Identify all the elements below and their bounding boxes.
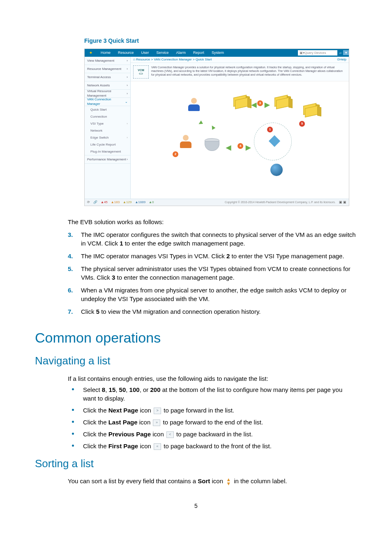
list-item: Click the Next Page icon > to page forwa… xyxy=(68,406,357,415)
sidebar-item-resource[interactable]: Resource Management› xyxy=(85,65,130,73)
first-page-icon: « xyxy=(154,443,161,450)
nav-bullet-list: Select 8, 15, 50, 100, or 200 at the bot… xyxy=(68,385,357,450)
badge-4[interactable]: 4 xyxy=(238,143,243,149)
steps-list: 3. The IMC operator configures the switc… xyxy=(68,230,357,316)
sidebar-sub-lifecycle[interactable]: Life Cycle Report xyxy=(85,141,130,148)
search-input[interactable]: ▣▾ Query Devices xyxy=(298,50,337,56)
window-control-icon[interactable]: ▣ ▣ xyxy=(339,200,346,204)
alarm-info[interactable]: ▲0 xyxy=(149,200,154,204)
nav-home[interactable]: Home xyxy=(97,50,114,56)
arrow-icon: ◀ xyxy=(251,100,256,109)
sidebar-item-view[interactable]: View Management› xyxy=(85,57,130,65)
step-item: 5. The physical server administrator use… xyxy=(68,264,357,282)
sidebar-item-performance[interactable]: Performance Management› xyxy=(85,155,130,164)
step-item: 3. The IMC operator configures the switc… xyxy=(68,230,357,248)
sidebar-sub-network[interactable]: Network xyxy=(85,127,130,134)
heading-common-operations: Common operations xyxy=(35,328,357,348)
user-icon xyxy=(188,98,200,112)
dropdown-icon[interactable]: ▾ xyxy=(343,50,349,56)
arrow-icon: ▲ xyxy=(208,121,218,132)
breadcrumb: ⌂ Resource > VAN Connection Manager > Qu… xyxy=(131,57,349,63)
arrow-icon: ▶ xyxy=(246,143,251,152)
heading-sorting: Sorting a list xyxy=(35,456,357,471)
home-icon: ⌂ xyxy=(133,58,136,61)
sidebar: View Management› Resource Management› Te… xyxy=(85,57,131,199)
nav-system[interactable]: System xyxy=(208,50,228,56)
sidebar-sub-quickstart[interactable]: Quick Start xyxy=(85,106,130,113)
sidebar-item-terminal[interactable]: Terminal Access› xyxy=(85,73,130,81)
arrow-icon: ▶ xyxy=(265,100,270,109)
copyright-text: Copyright © 2010-2014 Hewlett-Packard De… xyxy=(225,200,336,204)
help-link[interactable]: ⊙Help xyxy=(337,57,346,62)
badge-5[interactable]: 5 xyxy=(299,121,305,127)
nav-alarm[interactable]: Alarm xyxy=(173,50,190,56)
step-item: 4. The IMC operator manages VSI Types in… xyxy=(68,252,357,260)
badge-1[interactable]: 1 xyxy=(267,127,273,132)
database-icon xyxy=(205,138,219,151)
step-item: 6. When a VM migrates from one physical … xyxy=(68,286,357,303)
globe-icon xyxy=(270,164,283,176)
search-icon[interactable]: ⌕ xyxy=(337,50,343,56)
refresh-icon[interactable]: ⟳ xyxy=(87,200,90,204)
next-page-icon: > xyxy=(154,408,161,414)
badge-3[interactable]: 3 xyxy=(257,100,263,106)
figure-caption: Figure 3 Quick Start xyxy=(84,37,357,45)
nav-intro: If a list contains enough entries, use t… xyxy=(68,374,357,383)
admin-icon xyxy=(180,135,191,149)
badge-2[interactable]: 2 xyxy=(173,151,178,157)
vcm-icon: VCM ⊂⊃ xyxy=(133,65,149,79)
sidebar-sub-vsitype[interactable]: VSI Type› xyxy=(85,120,130,127)
heading-navigating: Navigating a list xyxy=(35,353,357,368)
alarm-critical[interactable]: ▲45 xyxy=(101,200,108,204)
screenshot-figure: ★ Home Resource User Service Alarm Repor… xyxy=(84,49,349,206)
devices-icon: ▣▾ xyxy=(300,51,304,55)
description-text: VAN Connection Manager provides a soluti… xyxy=(151,65,346,79)
list-item: Click the Previous Page icon < to page b… xyxy=(68,430,357,438)
nav-user[interactable]: User xyxy=(138,50,153,56)
list-item: Select 8, 15, 50, 100, or 200 at the bot… xyxy=(68,385,357,403)
list-item: Click the First Page icon « to page back… xyxy=(68,442,357,450)
last-page-icon: » xyxy=(153,419,160,426)
sidebar-sub-connection[interactable]: Connection xyxy=(85,113,130,120)
step-item: 7. Click 5 to view the VM migration and … xyxy=(68,307,357,316)
previous-page-icon: < xyxy=(166,431,174,438)
alarm-warning[interactable]: ▲1889 xyxy=(135,200,145,204)
nav-resource[interactable]: Resource xyxy=(114,50,138,56)
sort-text: You can sort a list by every field that … xyxy=(68,477,357,486)
alarm-minor[interactable]: ▲129 xyxy=(123,200,131,204)
top-navbar: ★ Home Resource User Service Alarm Repor… xyxy=(85,49,349,57)
workflow-diagram: ◀ 3 ▶ ▼ 2 ▲ ◀ 4 xyxy=(131,81,349,199)
star-icon[interactable]: ★ xyxy=(85,50,97,56)
link-icon[interactable]: 🔗 xyxy=(93,200,97,204)
alarm-major[interactable]: ▲183 xyxy=(111,200,120,204)
sidebar-sub-edgeswitch[interactable]: Edge Switch› xyxy=(85,134,130,141)
sidebar-item-van[interactable]: VAN Connection Manager⌄ xyxy=(85,98,130,106)
list-item: Click the Last Page icon » to page forwa… xyxy=(68,418,357,426)
nav-report[interactable]: Report xyxy=(189,50,208,56)
status-bar: ⟳ 🔗 ▲45 ▲183 ▲129 ▲1889 ▲0 Copyright © 2… xyxy=(85,199,349,206)
page-number: 5 xyxy=(35,502,357,510)
sort-icon: ▲▼ xyxy=(226,477,231,486)
arrow-icon: ▼ xyxy=(195,118,206,128)
sidebar-item-assets[interactable]: Network Assets› xyxy=(85,81,130,90)
nav-service[interactable]: Service xyxy=(153,50,173,56)
sidebar-sub-plugin[interactable]: Plug-In Management xyxy=(85,148,130,155)
sidebar-item-virtual[interactable]: Virtual Resource Management› xyxy=(85,90,130,98)
intro-text: The EVB solution works as follows: xyxy=(68,218,357,226)
arrow-icon: ◀ xyxy=(226,143,231,152)
